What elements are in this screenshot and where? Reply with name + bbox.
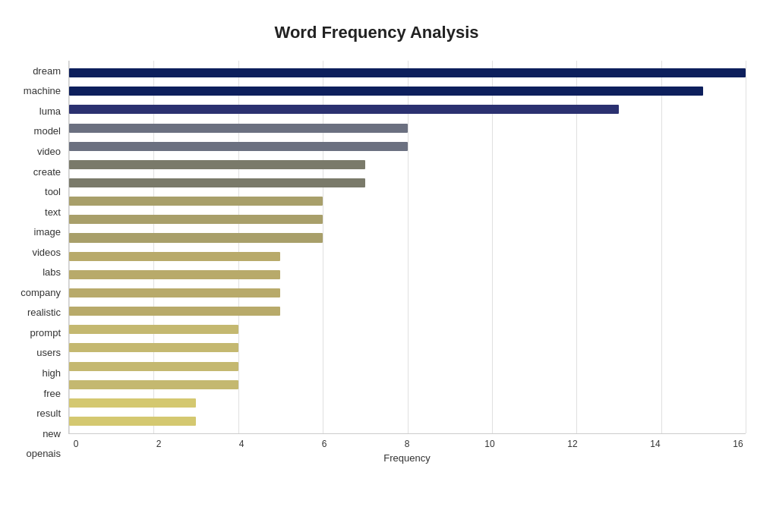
bar <box>69 197 323 206</box>
bar-row <box>69 320 746 338</box>
y-label: tool <box>45 187 61 197</box>
x-tick: 0 <box>68 439 84 449</box>
x-tick: 2 <box>151 439 166 449</box>
bar <box>69 307 280 316</box>
bar-row <box>69 302 746 320</box>
y-label: labs <box>43 267 61 277</box>
bar-row <box>69 266 746 284</box>
y-label: openais <box>26 449 61 458</box>
bar <box>69 142 408 151</box>
y-label: create <box>33 167 61 177</box>
bar-row <box>69 376 746 394</box>
y-label: prompt <box>30 328 61 338</box>
bar <box>69 380 238 389</box>
bar <box>69 288 280 297</box>
bar <box>69 270 280 279</box>
bar-row <box>69 357 746 376</box>
bar-row <box>69 210 746 228</box>
bar-row <box>69 228 746 247</box>
bars-area <box>68 61 746 434</box>
bar <box>69 343 238 352</box>
x-tick: 6 <box>317 439 332 449</box>
y-axis: dreammachinelumamodelvideocreatetooltext… <box>8 61 68 464</box>
y-label: luma <box>39 106 61 116</box>
y-label: dream <box>33 66 61 76</box>
x-tick: 8 <box>399 439 415 449</box>
bar <box>69 325 238 334</box>
x-tick: 14 <box>648 439 663 449</box>
y-label: result <box>36 408 61 418</box>
bar-row <box>69 412 746 430</box>
x-tick: 10 <box>482 439 497 449</box>
x-axis-label: Frequency <box>68 452 746 464</box>
chart-title: Word Frequency Analysis <box>8 23 746 42</box>
y-label: free <box>44 389 61 398</box>
bar <box>69 362 238 371</box>
grid-line <box>746 61 746 433</box>
x-tick: 4 <box>234 439 249 449</box>
y-label: video <box>37 146 61 156</box>
y-label: company <box>21 288 61 297</box>
bar <box>69 252 280 261</box>
y-label: model <box>34 126 61 136</box>
bar <box>69 215 323 224</box>
bar-row <box>69 118 746 137</box>
x-axis: 0246810121416 <box>68 434 746 449</box>
bar-row <box>69 82 746 100</box>
chart-area: dreammachinelumamodelvideocreatetooltext… <box>8 61 746 464</box>
bars-and-x: 0246810121416 Frequency <box>68 61 746 464</box>
x-tick: 16 <box>730 439 746 449</box>
bar <box>69 68 746 77</box>
chart-container: Word Frequency Analysis dreammachineluma… <box>0 0 776 532</box>
bar <box>69 124 408 133</box>
bar-row <box>69 174 746 192</box>
bar <box>69 87 703 96</box>
bar <box>69 105 619 114</box>
y-label: realistic <box>27 307 61 317</box>
y-label: new <box>43 429 61 439</box>
bar <box>69 398 196 408</box>
bar-row <box>69 137 746 156</box>
y-label: videos <box>32 247 61 257</box>
bar-row <box>69 156 746 174</box>
bar <box>69 160 365 169</box>
bar <box>69 417 196 426</box>
y-label: high <box>42 368 61 378</box>
bars-column <box>69 61 746 433</box>
y-label: users <box>36 348 61 357</box>
bar-row <box>69 284 746 302</box>
bar-row <box>69 394 746 412</box>
bar-row <box>69 64 746 82</box>
bar-row <box>69 192 746 210</box>
bar-row <box>69 247 746 266</box>
bar <box>69 178 365 187</box>
bar-row <box>69 100 746 118</box>
bar <box>69 233 323 242</box>
y-label: text <box>45 207 61 217</box>
bar-row <box>69 338 746 357</box>
y-label: machine <box>24 86 61 96</box>
y-label: image <box>34 227 61 237</box>
x-tick: 12 <box>565 439 580 449</box>
